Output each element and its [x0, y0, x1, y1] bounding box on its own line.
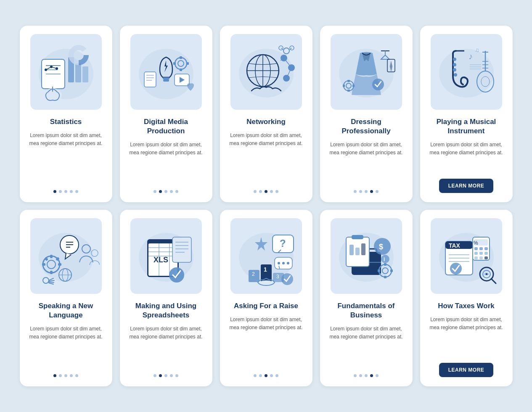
taxes-title: How Taxes Work [438, 301, 494, 311]
svg-rect-145 [378, 269, 380, 272]
statistics-body: Lorem ipsum dolor sit dim amet, mea regi… [27, 132, 105, 183]
svg-rect-163 [474, 252, 478, 255]
dot-4 [170, 190, 173, 193]
svg-rect-53 [347, 90, 350, 92]
dot-4 [270, 374, 273, 377]
spreadsheets-body: Lorem ipsum dolor sit dim amet, mea regi… [127, 325, 205, 367]
svg-rect-168 [484, 256, 488, 259]
taxes-learn-button[interactable]: LEARN MORE [439, 363, 494, 377]
svg-rect-3 [82, 66, 88, 82]
digital-media-body: Lorem ipsum dolor sit dim amet, mea regi… [127, 141, 205, 183]
svg-rect-16 [163, 77, 169, 79]
dot-4 [70, 190, 73, 193]
dot-2 [359, 374, 362, 377]
svg-text:2: 2 [252, 271, 255, 277]
svg-rect-54 [343, 85, 345, 87]
music-learn-button[interactable]: LEARN MORE [439, 179, 494, 193]
dot-4 [370, 190, 373, 193]
svg-rect-167 [479, 256, 483, 259]
dot-5 [376, 190, 378, 193]
svg-text:♫: ♫ [475, 47, 479, 53]
svg-rect-80 [58, 263, 61, 266]
svg-rect-135 [352, 235, 363, 239]
digital-media-dots [154, 190, 178, 193]
digital-media-title: Digital Media Production [127, 117, 205, 136]
networking-illustration [230, 34, 302, 110]
cards-grid: Statistics Lorem ipsum dolor sit dim ame… [20, 26, 513, 386]
music-title: Playing a Musical Instrument [428, 117, 505, 136]
dot-4 [270, 190, 273, 193]
svg-line-171 [491, 279, 496, 283]
dot-5 [75, 374, 78, 377]
svg-rect-108 [172, 237, 191, 262]
card-statistics: Statistics Lorem ipsum dolor sit dim ame… [20, 26, 112, 202]
dot-3 [64, 190, 67, 193]
svg-rect-52 [347, 80, 350, 82]
dot-1 [154, 374, 156, 377]
language-title: Speaking a New Language [27, 301, 105, 320]
dot-1 [254, 190, 257, 193]
svg-point-126 [278, 262, 280, 264]
dressing-title: Dressing Professionally [328, 117, 405, 136]
dot-5 [175, 374, 178, 377]
language-illustration [30, 218, 102, 294]
dot-2 [359, 190, 362, 193]
svg-rect-55 [352, 85, 355, 87]
dot-4 [370, 374, 373, 377]
dot-1 [354, 190, 357, 193]
dot-1 [254, 374, 257, 377]
music-body: Lorem ipsum dolor sit dim amet, mea regi… [428, 141, 505, 173]
svg-text:i: i [384, 256, 385, 262]
svg-point-128 [287, 262, 289, 264]
language-body: Lorem ipsum dolor sit dim amet, mea regi… [27, 325, 105, 367]
svg-text:1: 1 [264, 266, 267, 273]
dot-2 [259, 374, 262, 377]
dot-4 [170, 374, 173, 377]
dot-2 [259, 190, 262, 193]
statistics-title: Statistics [50, 117, 82, 127]
svg-text:?: ? [280, 238, 286, 249]
dot-5 [275, 374, 278, 377]
dot-3 [164, 374, 167, 377]
svg-rect-77 [50, 255, 53, 258]
svg-rect-144 [384, 276, 386, 278]
svg-rect-165 [484, 252, 488, 255]
spreadsheets-title: Making and Using Spreadsheets [127, 301, 205, 320]
svg-rect-143 [384, 263, 386, 266]
svg-text:TAX: TAX [449, 242, 461, 249]
card-taxes: TAX % [420, 210, 513, 386]
svg-rect-23 [186, 62, 189, 65]
svg-rect-161 [479, 247, 483, 250]
dressing-dots [354, 190, 378, 193]
svg-rect-79 [42, 263, 45, 266]
dot-4 [70, 374, 73, 377]
svg-text:♪: ♪ [468, 52, 473, 61]
networking-body: Lorem ipsum dolor sit dim amet, mea regi… [228, 132, 305, 183]
svg-point-173 [486, 273, 487, 275]
svg-point-58 [453, 58, 456, 61]
card-music: ♪ ♫ Playing a Musical Instrument Lorem i… [420, 26, 513, 202]
svg-rect-138 [361, 243, 365, 255]
business-illustration: $ i [331, 218, 402, 294]
svg-rect-160 [474, 247, 478, 250]
spreadsheets-dots [154, 374, 178, 377]
svg-rect-166 [474, 256, 478, 259]
svg-rect-146 [390, 269, 393, 272]
statistics-illustration [30, 34, 102, 110]
networking-title: Networking [246, 117, 286, 127]
svg-text:XLS: XLS [154, 256, 168, 264]
raise-body: Lorem ipsum dolor sit dim amet, mea regi… [228, 316, 305, 367]
dot-3 [365, 374, 368, 377]
digital-media-illustration [130, 34, 202, 110]
statistics-dots [53, 190, 78, 193]
dressing-illustration [331, 34, 402, 110]
svg-point-60 [453, 68, 456, 71]
taxes-body: Lorem ipsum dolor sit dim amet, mea regi… [428, 316, 505, 357]
card-digital-media: Digital Media Production Lorem ipsum dol… [120, 26, 212, 202]
dot-3 [164, 190, 167, 193]
dot-3 [265, 190, 267, 193]
raise-title: Asking For a Raise [234, 301, 298, 311]
svg-rect-137 [355, 248, 360, 255]
dot-5 [275, 190, 278, 193]
dot-2 [59, 190, 62, 193]
